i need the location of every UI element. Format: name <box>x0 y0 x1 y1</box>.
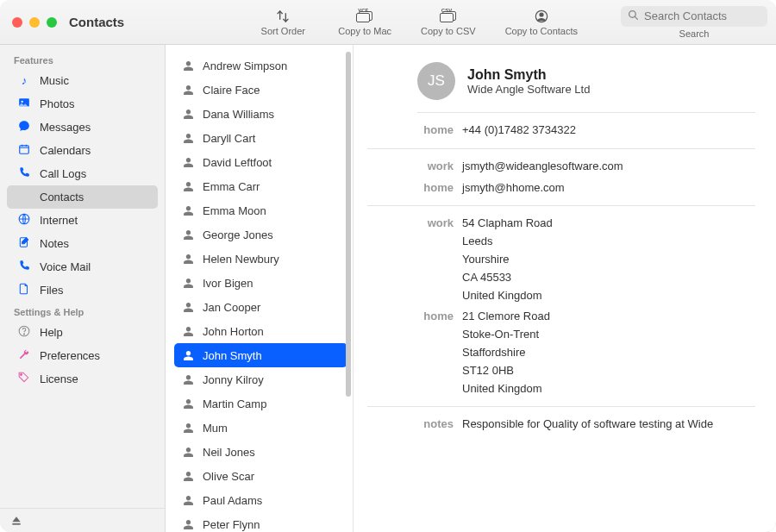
contact-row[interactable]: Andrew Simpson <box>174 53 347 78</box>
sidebar-item-help[interactable]: Help <box>7 321 158 344</box>
contact-row[interactable]: Helen Newbury <box>174 247 347 271</box>
sidebar-item-music[interactable]: ♪ Music <box>7 69 158 92</box>
person-icon <box>183 447 194 458</box>
contact-row[interactable]: Claire Face <box>174 78 347 102</box>
close-window-button[interactable] <box>12 17 22 28</box>
toolbar-actions: Sort Order VCF Copy to Mac CSV Copy to C… <box>257 6 767 39</box>
phone-icon <box>17 166 31 181</box>
contact-row-name: Claire Face <box>203 84 260 97</box>
person-icon <box>183 398 194 410</box>
contact-detail: JS John Smyth Wide Angle Software Ltd ho… <box>354 45 776 532</box>
phone-voicemail-icon <box>17 260 31 274</box>
contact-row[interactable]: Dana Williams <box>174 102 347 126</box>
contact-row-name: Daryll Cart <box>203 132 255 145</box>
email-row-home: home jsmyth@hhome.com <box>367 178 755 199</box>
toolbar: Contacts Sort Order VCF Copy to Mac CSV … <box>0 0 776 45</box>
contact-row[interactable]: Mum <box>174 416 347 440</box>
person-icon <box>183 326 194 337</box>
contact-row[interactable]: Emma Moon <box>174 198 347 222</box>
person-icon <box>183 109 194 120</box>
contact-row-name: Martin Camp <box>203 397 266 410</box>
person-icon <box>183 205 194 216</box>
email-value[interactable]: jsmyth@hhome.com <box>462 179 565 197</box>
window-controls <box>12 17 57 28</box>
contact-row[interactable]: David Leftfoot <box>174 150 347 174</box>
person-icon <box>183 374 194 385</box>
contacts-list[interactable]: Andrew SimpsonClaire FaceDana WilliamsDa… <box>166 45 353 532</box>
person-icon <box>183 495 194 506</box>
minimize-window-button[interactable] <box>29 17 40 28</box>
sidebar-item-contacts[interactable]: Contacts <box>7 185 158 209</box>
address-value: 54 Clapham Road Leeds Yourshire CA 45533… <box>462 215 553 304</box>
sort-order-button[interactable]: Sort Order <box>257 9 309 36</box>
person-icon <box>183 471 194 482</box>
contact-row-name: Andrew Simpson <box>203 59 287 72</box>
contact-row[interactable]: George Jones <box>174 222 347 247</box>
sidebar-item-call-logs[interactable]: Call Logs <box>7 162 158 185</box>
sidebar-item-voice-mail[interactable]: Voice Mail <box>7 255 158 279</box>
sidebar-item-calendars[interactable]: Calendars <box>7 139 158 162</box>
phone-value[interactable]: +44 (0)17482 3734322 <box>462 122 576 140</box>
sidebar: Features ♪ Music Photos Messages <box>0 45 166 532</box>
person-icon <box>183 229 194 241</box>
contact-row[interactable]: Martin Camp <box>174 391 347 416</box>
music-note-icon: ♪ <box>17 74 31 87</box>
contact-row[interactable]: Daryll Cart <box>174 126 347 150</box>
eject-icon[interactable] <box>10 515 22 527</box>
contact-row-name: Emma Carr <box>203 180 260 193</box>
contact-row[interactable]: Paul Adams <box>174 488 347 512</box>
contact-row[interactable]: Jonny Kilroy <box>174 367 347 391</box>
search-input-wrapper[interactable] <box>621 6 767 27</box>
notes-value: Responsible for Quality of software test… <box>462 416 713 434</box>
person-icon <box>183 278 194 289</box>
vcf-card-icon: VCF <box>356 9 373 24</box>
person-icon <box>183 84 194 96</box>
svg-rect-11 <box>12 523 20 524</box>
sidebar-item-internet[interactable]: Internet <box>7 209 158 232</box>
copy-to-csv-button[interactable]: CSV Copy to CSV <box>421 9 476 36</box>
svg-point-9 <box>23 334 24 335</box>
svg-rect-5 <box>20 146 29 153</box>
contact-row[interactable]: John Horton <box>174 319 347 343</box>
address-value: 21 Clemore Road Stoke-On-Trent Staffords… <box>462 308 550 397</box>
copy-to-contacts-button[interactable]: Copy to Contacts <box>505 9 578 36</box>
contact-row[interactable]: John Smyth <box>174 343 347 367</box>
tag-icon <box>17 372 31 386</box>
contact-row[interactable]: Ivor Bigen <box>174 271 347 295</box>
phone-section: home +44 (0)17482 3734322 <box>367 113 755 149</box>
sidebar-item-files[interactable]: Files <box>7 279 158 302</box>
contact-row[interactable]: Emma Carr <box>174 174 347 198</box>
contact-row[interactable]: Olive Scar <box>174 464 347 488</box>
scrollbar-thumb[interactable] <box>346 52 351 397</box>
sidebar-item-notes[interactable]: Notes <box>7 232 158 255</box>
contacts-column: Andrew SimpsonClaire FaceDana WilliamsDa… <box>166 45 354 532</box>
contact-row-name: Dana Williams <box>203 108 274 121</box>
sidebar-item-license[interactable]: License <box>7 367 158 391</box>
calendar-icon <box>17 143 31 158</box>
email-value[interactable]: jsmyth@wideanglesoftware.com <box>462 158 623 176</box>
sidebar-footer <box>0 508 165 532</box>
contact-circle-icon <box>535 9 548 24</box>
contact-organization: Wide Angle Software Ltd <box>467 83 590 96</box>
contact-row[interactable]: Neil Jones <box>174 440 347 464</box>
contact-row[interactable]: Peter Flynn <box>174 512 347 532</box>
contact-row-name: John Smyth <box>203 349 262 362</box>
search-icon <box>628 9 639 23</box>
email-row-work: work jsmyth@wideanglesoftware.com <box>367 156 755 178</box>
contact-row-name: David Leftfoot <box>203 156 272 169</box>
sidebar-item-preferences[interactable]: Preferences <box>7 344 158 367</box>
photo-icon <box>17 97 31 111</box>
contact-row-name: Helen Newbury <box>203 253 279 266</box>
contact-row[interactable]: Jan Cooper <box>174 295 347 319</box>
sidebar-item-messages[interactable]: Messages <box>7 116 158 139</box>
copy-to-mac-button[interactable]: VCF Copy to Mac <box>338 9 391 36</box>
search-input[interactable] <box>644 9 760 22</box>
zoom-window-button[interactable] <box>47 17 57 28</box>
sidebar-item-photos[interactable]: Photos <box>7 92 158 116</box>
chat-bubble-icon <box>17 120 31 135</box>
note-pencil-icon <box>17 236 31 251</box>
contact-row-name: Mum <box>203 422 228 435</box>
person-icon <box>183 302 194 313</box>
contact-row-name: Emma Moon <box>203 204 266 217</box>
contact-row-name: John Horton <box>203 325 264 338</box>
